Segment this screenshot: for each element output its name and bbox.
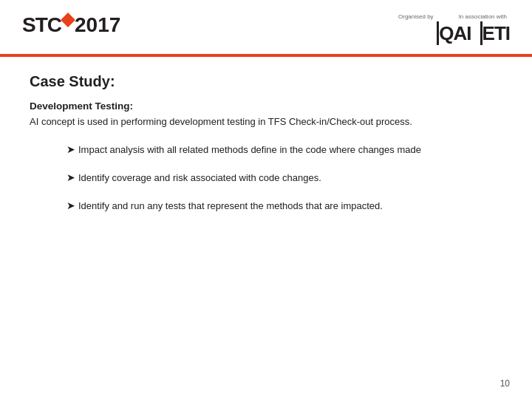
bullet-text-1: Impact analysis with all related methods… <box>78 143 421 157</box>
bullet-list: ➤ Impact analysis with all related metho… <box>30 143 502 214</box>
header: STC 2017 Organised by In association wit… <box>0 0 532 45</box>
bullet-text-2: Identify coverage and risk associated wi… <box>78 171 321 185</box>
bullet-arrow-2: ➤ <box>66 171 75 183</box>
stc-text: STC <box>22 13 61 37</box>
slide: STC 2017 Organised by In association wit… <box>0 0 532 399</box>
eti-logo: ETI <box>480 21 510 45</box>
in-association-label: In association with <box>459 13 507 20</box>
bullet-arrow-1: ➤ <box>66 143 75 155</box>
partner-logos: QAI ETI <box>437 21 510 45</box>
bullet-item-1: ➤ Impact analysis with all related metho… <box>30 143 502 157</box>
right-logos: Organised by In association with QAI ETI <box>398 13 510 45</box>
stc-diamond-icon <box>61 13 75 27</box>
organized-by-label: Organised by <box>398 13 434 20</box>
eti-text: ETI <box>482 22 510 45</box>
stc-year: 2017 <box>75 13 120 37</box>
bullet-item-2: ➤ Identify coverage and risk associated … <box>30 171 502 185</box>
case-study-title: Case Study: <box>30 73 502 90</box>
bullet-item-3: ➤ Identify and run any tests that repres… <box>30 199 502 214</box>
intro-text: AI concept is used in performing develop… <box>30 115 502 129</box>
bullet-text-3: Identify and run any tests that represen… <box>78 199 383 214</box>
page-number: 10 <box>500 378 510 389</box>
main-content: Case Study: Development Testing: AI conc… <box>0 57 532 242</box>
qai-logo: QAI <box>437 21 471 45</box>
stc-logo: STC 2017 <box>22 13 120 37</box>
bullet-arrow-3: ➤ <box>66 200 75 211</box>
qai-text: QAI <box>439 22 471 45</box>
section-heading: Development Testing: <box>30 100 502 112</box>
